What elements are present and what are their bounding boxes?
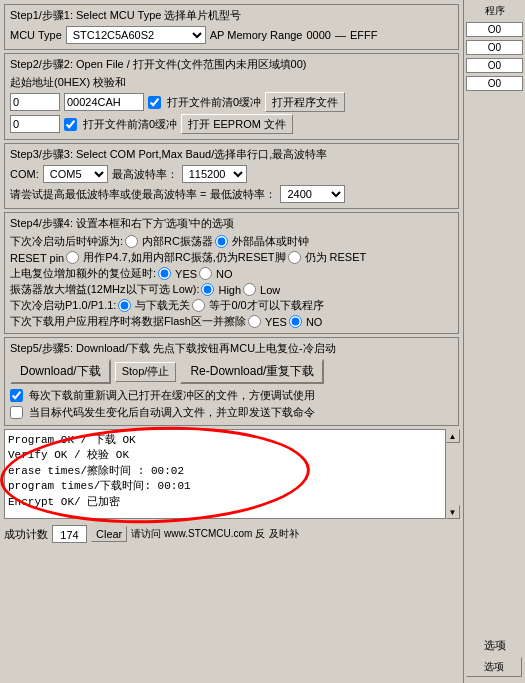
check2-checkbox[interactable] [64,118,77,131]
internal-rc-radio[interactable] [125,235,138,248]
output-line-4: program times/下载时间: 00:01 [8,479,442,494]
step1-box: Step1/步骤1: Select MCU Type 选择单片机型号 MCU T… [4,4,459,50]
right-item-3: O0 [466,58,523,73]
p10-row: 下次冷启动P1.0/P1.1: 与下载无关 等于0/0才可以下载程序 [10,298,453,313]
ap-memory-label: AP Memory Range [210,29,303,41]
right-panel: 程序 O0 O0 O0 O0 选项 选项 [463,0,525,683]
ap-range-end: EFFF [350,29,378,41]
flash-erase-row: 下次下载用户应用程序时将数据Flash区一并擦除 YES NO [10,314,453,329]
mcu-label: MCU Type [10,29,62,41]
step3-box: Step3/步骤3: Select COM Port,Max Baud/选择串行… [4,143,459,209]
internal-rc-label: 内部RC振荡器 [142,234,213,249]
output-line-5: Encrypt OK/ 已加密 [8,495,442,510]
flash-yes-label: YES [265,316,287,328]
com-label: COM: [10,168,39,180]
open-prog-file-btn[interactable]: 打开程序文件 [265,92,345,112]
reset-yes-label: YES [175,268,197,280]
flash-yes-radio[interactable] [248,315,261,328]
addr1-input[interactable]: 0 [10,93,60,111]
open-eeprom-file-btn[interactable]: 打开 EEPROM 文件 [181,114,293,134]
gain-low-radio[interactable] [243,283,256,296]
step2-title: Step2/步骤2: Open File / 打开文件(文件范围内未用区域填00… [10,57,453,72]
step3-title: Step3/步骤3: Select COM Port,Max Baud/选择串行… [10,147,453,162]
output-line-2: Verify OK / 校验 OK [8,448,442,463]
flash-erase-label: 下次下载用户应用程序时将数据Flash区一并擦除 [10,314,246,329]
p10-label: 下次冷启动P1.0/P1.1: [10,298,116,313]
output-line-3: erase times/擦除时间 : 00:02 [8,464,442,479]
reset-pin-row: RESET pin 用作P4.7,如用内部RC振荡,仍为RESET脚 仍为 RE… [10,250,453,265]
reset-p47-radio[interactable] [66,251,79,264]
reset-pin-label: RESET pin [10,252,64,264]
external-xtal-radio[interactable] [215,235,228,248]
com-select[interactable]: COM5 [43,165,108,183]
hex1-input[interactable]: 00024CAH [64,93,144,111]
still-reset-radio[interactable] [288,251,301,264]
mcu-type-select[interactable]: STC12C5A60S2 [66,26,206,44]
time-label: 及时补 [269,527,299,541]
step4-box: Step4/步骤4: 设置本框和右下方'选项'中的选项 下次冷启动后时钟源为: … [4,212,459,334]
p10-condition-label: 等于0/0才可以下载程序 [209,298,323,313]
start-addr-label: 起始地址(0HEX) 校验和 [10,75,126,90]
min-baud-select[interactable]: 2400 [280,185,345,203]
redownload-btn[interactable]: Re-Download/重复下载 [180,359,324,384]
flash-no-radio[interactable] [289,315,302,328]
step5-title: Step5/步骤5: Download/下载 先点下载按钮再MCU上电复位-冷启… [10,341,453,356]
success-count-value: 174 [52,525,87,543]
min-baud-label: 最低波特率： [210,187,276,202]
status-bar: 成功计数 174 Clear 请访问 www.STCMCU.com 反 及时补 [4,525,459,543]
flash-no-label: NO [306,316,323,328]
step1-title: Step1/步骤1: Select MCU Type 选择单片机型号 [10,8,453,23]
gain-row: 振荡器放大增益(12MHz以下可选 Low): High Low [10,282,453,297]
reset-no-label: NO [216,268,233,280]
right-prog-label: 程序 [466,4,523,18]
step4-title: Step4/步骤4: 设置本框和右下方'选项'中的选项 [10,216,453,231]
success-count-label: 成功计数 [4,527,48,542]
gain-high-label: High [218,284,241,296]
reset-p47-label: 用作P4.7,如用内部RC振荡,仍为RESET脚 [83,250,285,265]
check1-checkbox[interactable] [148,96,161,109]
check1-label: 打开文件前清0缓冲 [167,95,261,110]
max-baud-select[interactable]: 115200 [182,165,247,183]
check2-label: 打开文件前清0缓冲 [83,117,177,132]
output-wrapper: Program OK / 下载 OK Verify OK / 校验 OK era… [4,429,459,519]
reset-delay-label: 上电复位增加额外的复位延时: [10,266,156,281]
auto-reload-checkbox[interactable] [10,406,23,419]
p10-condition-radio[interactable] [192,299,205,312]
output-box[interactable]: Program OK / 下载 OK Verify OK / 校验 OK era… [4,429,459,519]
p10-norelation-radio[interactable] [118,299,131,312]
clock-source-label: 下次冷启动后时钟源为: [10,234,123,249]
auto-reload-label: 当目标代码发生变化后自动调入文件，并立即发送下载命令 [29,405,315,420]
gain-low-label: Low [260,284,280,296]
step2-box: Step2/步骤2: Open File / 打开文件(文件范围内未用区域填00… [4,53,459,140]
ap-range-start: 0000 [307,29,331,41]
try-label: 请尝试提高最低波特率或使最高波特率 = [10,187,206,202]
clear-btn[interactable]: Clear [91,526,127,542]
scroll-up-btn[interactable]: ▲ [446,429,460,443]
reload-file-label: 每次下载前重新调入已打开在缓冲区的文件，方便调试使用 [29,388,315,403]
addr2-input[interactable]: 0 [10,115,60,133]
still-reset-label: 仍为 RESET [305,250,367,265]
reset-no-radio[interactable] [199,267,212,280]
output-line-1: Program OK / 下载 OK [8,433,442,448]
gain-high-radio[interactable] [201,283,214,296]
reset-yes-radio[interactable] [158,267,171,280]
right-item-1: O0 [466,22,523,37]
reset-delay-row: 上电复位增加额外的复位延时: YES NO [10,266,453,281]
right-item-2: O0 [466,40,523,55]
download-btn[interactable]: Download/下载 [10,359,111,384]
output-scrollbar[interactable]: ▲ ▼ [445,429,459,519]
ap-range-dash: — [335,29,346,41]
clock-source-row: 下次冷启动后时钟源为: 内部RC振荡器 外部晶体或时钟 [10,234,453,249]
right-item-4: O0 [466,76,523,91]
reload-file-checkbox[interactable] [10,389,23,402]
scroll-down-btn[interactable]: ▼ [446,505,460,519]
external-xtal-label: 外部晶体或时钟 [232,234,309,249]
options-btn[interactable]: 选项 [466,657,522,677]
gain-label: 振荡器放大增益(12MHz以下可选 Low): [10,282,199,297]
step5-box: Step5/步骤5: Download/下载 先点下载按钮再MCU上电复位-冷启… [4,337,459,426]
url-text: 请访问 www.STCMCU.com 反 [131,527,265,541]
p10-norelation-label: 与下载无关 [135,298,190,313]
max-baud-label: 最高波特率： [112,167,178,182]
stop-btn[interactable]: Stop/停止 [115,362,177,382]
select-option-label: 选项 [466,638,523,653]
